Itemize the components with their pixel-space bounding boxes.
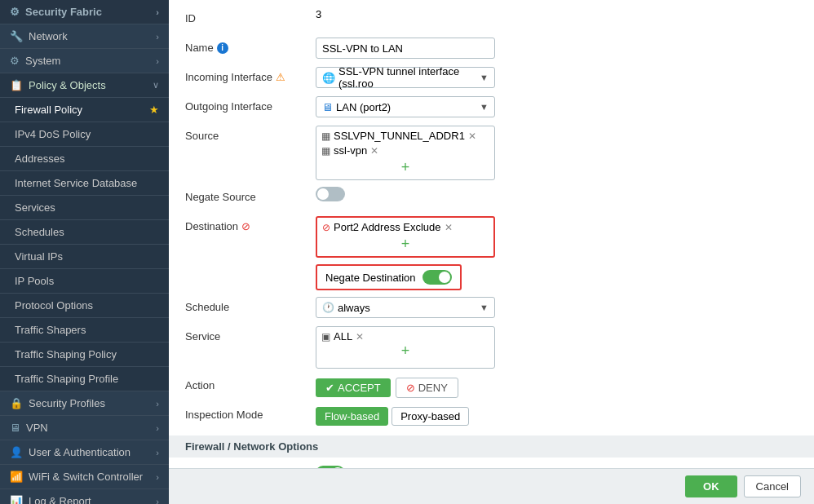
incoming-interface-row: Incoming Interface ⚠ 🌐 SSL-VPN tunnel in… bbox=[185, 67, 798, 90]
name-input[interactable] bbox=[316, 38, 495, 59]
outgoing-dropdown[interactable]: 🖥 LAN (port2) ▼ bbox=[316, 96, 495, 117]
checkmark-icon: ✔ bbox=[325, 382, 334, 394]
id-label: ID bbox=[185, 8, 316, 24]
outgoing-icon: 🖥 bbox=[322, 101, 333, 113]
flow-based-button[interactable]: Flow-based bbox=[316, 407, 388, 426]
chevron-right-icon: › bbox=[156, 423, 159, 433]
source-row: Source ▦ SSLVPN_TUNNEL_ADDR1 ✕ ▦ ssl-vpn… bbox=[185, 126, 798, 180]
negate-destination-box: Negate Destination bbox=[316, 264, 462, 290]
incoming-warning-icon: ⚠ bbox=[276, 71, 285, 83]
tag-icon-2: ▦ bbox=[321, 145, 330, 157]
service-row: Service ▣ ALL ✕ + bbox=[185, 326, 798, 369]
id-value: 3 bbox=[316, 8, 798, 20]
remove-tag-2[interactable]: ✕ bbox=[370, 145, 378, 157]
outgoing-label: Outgoing Interface bbox=[185, 96, 316, 113]
schedule-dropdown[interactable]: 🕐 always ▼ bbox=[316, 297, 495, 318]
source-tag-1: ▦ SSLVPN_TUNNEL_ADDR1 ✕ bbox=[321, 130, 489, 142]
form-content: ID 3 Name i Incoming Interface ⚠ bbox=[169, 0, 814, 468]
security-fabric-icon: ⚙ bbox=[10, 6, 20, 18]
sidebar-item-protocol-options[interactable]: Protocol Options bbox=[0, 294, 169, 318]
sidebar-item-virtual-ips[interactable]: Virtual IPs bbox=[0, 245, 169, 269]
service-label: Service bbox=[185, 326, 316, 343]
name-control bbox=[316, 38, 798, 59]
cancel-button[interactable]: Cancel bbox=[744, 475, 801, 497]
schedule-icon: 🕐 bbox=[322, 302, 334, 313]
schedule-row: Schedule 🕐 always ▼ bbox=[185, 297, 798, 320]
chevron-right-icon: › bbox=[156, 448, 159, 458]
dropdown-arrow-icon: ▼ bbox=[480, 102, 489, 112]
source-label: Source bbox=[185, 126, 316, 142]
dropdown-arrow-icon: ▼ bbox=[480, 303, 489, 312]
id-display: 3 bbox=[316, 8, 321, 20]
chevron-right-icon: › bbox=[156, 32, 159, 42]
destination-control: ⊘ Port2 Address Exclude ✕ + bbox=[316, 216, 798, 258]
deny-button[interactable]: ⊘ DENY bbox=[396, 378, 458, 398]
system-icon: ⚙ bbox=[10, 55, 20, 67]
source-tag-box: ▦ SSLVPN_TUNNEL_ADDR1 ✕ ▦ ssl-vpn ✕ + bbox=[316, 126, 495, 180]
inspection-mode-control: Flow-based Proxy-based bbox=[316, 405, 798, 426]
schedule-label: Schedule bbox=[185, 297, 316, 313]
remove-tag-1[interactable]: ✕ bbox=[468, 130, 476, 142]
remove-dest-tag[interactable]: ✕ bbox=[445, 222, 453, 233]
sidebar-item-network[interactable]: 🔧 Network › bbox=[0, 24, 169, 49]
incoming-dropdown[interactable]: 🌐 SSL-VPN tunnel interface (ssl.roo ▼ bbox=[316, 67, 495, 88]
negate-destination-toggle[interactable] bbox=[422, 270, 452, 285]
deny-icon: ⊘ bbox=[406, 382, 415, 394]
wifi-icon: 📶 bbox=[10, 471, 23, 483]
negate-destination-label: Negate Destination bbox=[325, 272, 416, 284]
outgoing-interface-row: Outgoing Interface 🖥 LAN (port2) ▼ bbox=[185, 96, 798, 119]
sidebar-item-wifi-switch[interactable]: 📶 WiFi & Switch Controller › bbox=[0, 465, 169, 489]
sidebar-item-schedules[interactable]: Schedules bbox=[0, 220, 169, 245]
chevron-right-icon: › bbox=[156, 399, 159, 409]
firewall-network-section-header: Firewall / Network Options bbox=[169, 435, 814, 458]
sidebar-item-security-profiles[interactable]: 🔒 Security Profiles › bbox=[0, 391, 169, 416]
negate-destination-label-spacer bbox=[185, 264, 316, 268]
incoming-control: 🌐 SSL-VPN tunnel interface (ssl.roo ▼ bbox=[316, 67, 798, 88]
destination-row: Destination ⊘ ⊘ Port2 Address Exclude ✕ … bbox=[185, 216, 798, 258]
sidebar-item-ip-pools[interactable]: IP Pools bbox=[0, 269, 169, 294]
inspection-mode-label: Inspection Mode bbox=[185, 405, 316, 421]
sidebar-item-user-auth[interactable]: 👤 User & Authentication › bbox=[0, 440, 169, 465]
sidebar-item-firewall-policy[interactable]: Firewall Policy ★ bbox=[0, 98, 169, 122]
proxy-based-button[interactable]: Proxy-based bbox=[392, 407, 469, 426]
sidebar-item-services[interactable]: Services bbox=[0, 196, 169, 220]
service-icon: ▣ bbox=[321, 331, 330, 343]
service-tag-box: ▣ ALL ✕ + bbox=[316, 326, 495, 369]
negate-destination-control: Negate Destination bbox=[316, 264, 798, 290]
accept-button[interactable]: ✔ ACCEPT bbox=[316, 378, 391, 397]
sidebar-item-security-fabric[interactable]: ⚙ Security Fabric › bbox=[0, 0, 169, 24]
sidebar-item-traffic-shaping-profile[interactable]: Traffic Shaping Profile bbox=[0, 367, 169, 391]
negate-source-control bbox=[316, 187, 798, 204]
destination-tag-box: ⊘ Port2 Address Exclude ✕ + bbox=[316, 216, 495, 258]
incoming-label: Incoming Interface ⚠ bbox=[185, 67, 316, 83]
sidebar-item-ipv4-dos-policy[interactable]: IPv4 DoS Policy bbox=[0, 122, 169, 147]
source-control: ▦ SSLVPN_TUNNEL_ADDR1 ✕ ▦ ssl-vpn ✕ + bbox=[316, 126, 798, 180]
sidebar-item-traffic-shapers[interactable]: Traffic Shapers bbox=[0, 318, 169, 343]
add-source-tag[interactable]: + bbox=[321, 159, 489, 176]
negate-destination-row: Negate Destination bbox=[185, 264, 798, 290]
sidebar-item-internet-service-db[interactable]: Internet Service Database bbox=[0, 171, 169, 196]
inspection-mode-row: Inspection Mode Flow-based Proxy-based bbox=[185, 405, 798, 427]
sidebar-item-log-report[interactable]: 📊 Log & Report › bbox=[0, 489, 169, 504]
add-service-tag[interactable]: + bbox=[321, 343, 489, 360]
negate-source-row: Negate Source bbox=[185, 187, 798, 210]
sidebar-item-traffic-shaping-policy[interactable]: Traffic Shaping Policy bbox=[0, 343, 169, 367]
id-row: ID 3 bbox=[185, 8, 798, 31]
form-footer: OK Cancel bbox=[169, 468, 814, 504]
sidebar-item-system[interactable]: ⚙ System › bbox=[0, 49, 169, 73]
sidebar-item-vpn[interactable]: 🖥 VPN › bbox=[0, 416, 169, 440]
chevron-down-icon: ∨ bbox=[153, 80, 159, 91]
network-icon: 🔧 bbox=[10, 30, 23, 42]
add-dest-tag[interactable]: + bbox=[322, 236, 489, 253]
remove-service-tag[interactable]: ✕ bbox=[356, 331, 364, 343]
sidebar-item-policy-objects[interactable]: 📋 Policy & Objects ∨ bbox=[0, 73, 169, 98]
name-info-icon[interactable]: i bbox=[217, 42, 228, 54]
destination-label: Destination ⊘ bbox=[185, 216, 316, 232]
sidebar: ⚙ Security Fabric › 🔧 Network › ⚙ System… bbox=[0, 0, 169, 504]
dest-error-icon: ⊘ bbox=[322, 222, 330, 233]
ok-button[interactable]: OK bbox=[685, 475, 737, 497]
destination-tag: ⊘ Port2 Address Exclude ✕ bbox=[322, 221, 489, 233]
chevron-right-icon: › bbox=[156, 56, 159, 66]
sidebar-item-addresses[interactable]: Addresses bbox=[0, 147, 169, 171]
negate-source-toggle[interactable] bbox=[316, 187, 345, 201]
